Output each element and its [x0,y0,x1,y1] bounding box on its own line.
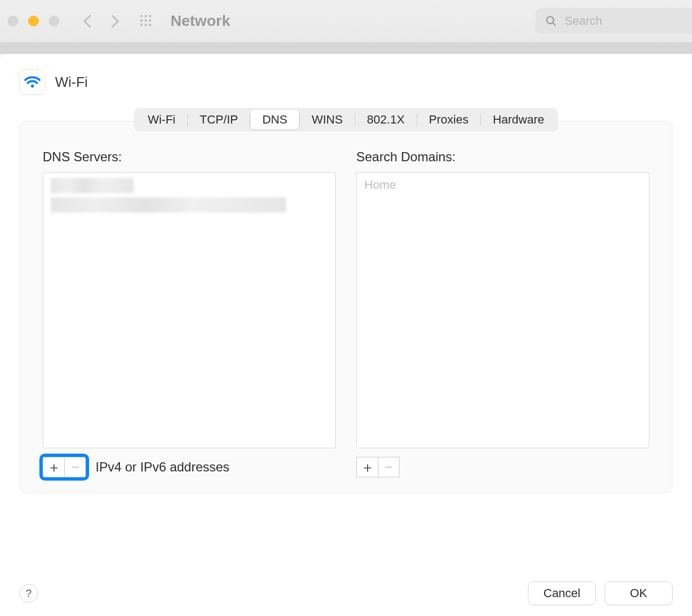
tab-8021x[interactable]: 802.1X [355,110,417,129]
window-controls [8,16,59,26]
tab-wins[interactable]: WINS [300,110,354,129]
add-dns-server-button[interactable]: ＋ [43,457,64,477]
dns-servers-column: DNS Servers: ＋ − IPv4 or IPv6 addresses [43,149,336,477]
sheet: Wi-Fi Wi-Fi TCP/IP DNS WINS 802.1X Proxi… [0,54,692,616]
chevron-right-icon[interactable] [109,16,120,26]
search-icon [545,15,557,27]
chevron-left-icon[interactable] [82,16,93,26]
remove-dns-server-button[interactable]: − [64,457,86,477]
tab-wifi[interactable]: Wi-Fi [136,110,187,129]
search-domains-column: Search Domains: Home ＋ − [356,149,649,477]
dns-server-row-redacted [51,178,134,193]
footer: ? Cancel OK [0,581,692,605]
tab-hardware[interactable]: Hardware [481,110,556,129]
tab-dns[interactable]: DNS [250,110,299,129]
dns-servers-controls: ＋ − IPv4 or IPv6 addresses [43,457,336,477]
svg-point-0 [547,17,554,24]
zoom-window-button[interactable] [49,16,59,26]
nav-arrows [82,16,120,26]
wifi-icon [19,69,45,95]
search-domain-row[interactable]: Home [364,178,641,192]
search-domains-controls: ＋ − [356,457,649,477]
dns-servers-label: DNS Servers: [43,149,336,165]
connection-heading: Wi-Fi [19,69,673,95]
add-search-domain-button[interactable]: ＋ [356,457,378,477]
show-all-grid-icon[interactable] [139,14,153,28]
tab-bar: Wi-Fi TCP/IP DNS WINS 802.1X Proxies Har… [134,108,559,132]
svg-line-1 [553,23,555,25]
dns-servers-add-remove: ＋ − [43,457,86,477]
ok-button[interactable]: OK [605,581,673,605]
dns-servers-hint: IPv4 or IPv6 addresses [96,460,229,475]
search-domains-list[interactable]: Home [356,172,649,448]
connection-label: Wi-Fi [55,74,88,91]
dns-server-row-redacted [51,197,286,213]
cancel-button[interactable]: Cancel [528,581,596,605]
tab-tcpip[interactable]: TCP/IP [188,110,250,129]
close-window-button[interactable] [8,16,18,26]
svg-point-2 [31,85,34,88]
dns-servers-list[interactable] [43,172,336,448]
help-button[interactable]: ? [19,584,38,603]
minimize-window-button[interactable] [28,16,39,26]
search-domains-add-remove: ＋ − [356,457,399,477]
titlebar: Network [0,0,692,42]
remove-search-domain-button[interactable]: − [378,457,399,477]
sheet-backdrop [0,42,692,54]
search-input[interactable] [565,14,692,28]
dns-panel: DNS Servers: ＋ − IPv4 or IPv6 addresses … [19,121,673,493]
search-field[interactable] [535,8,692,34]
tab-proxies[interactable]: Proxies [417,110,480,129]
window-title: Network [171,12,230,30]
search-domains-label: Search Domains: [356,149,649,165]
